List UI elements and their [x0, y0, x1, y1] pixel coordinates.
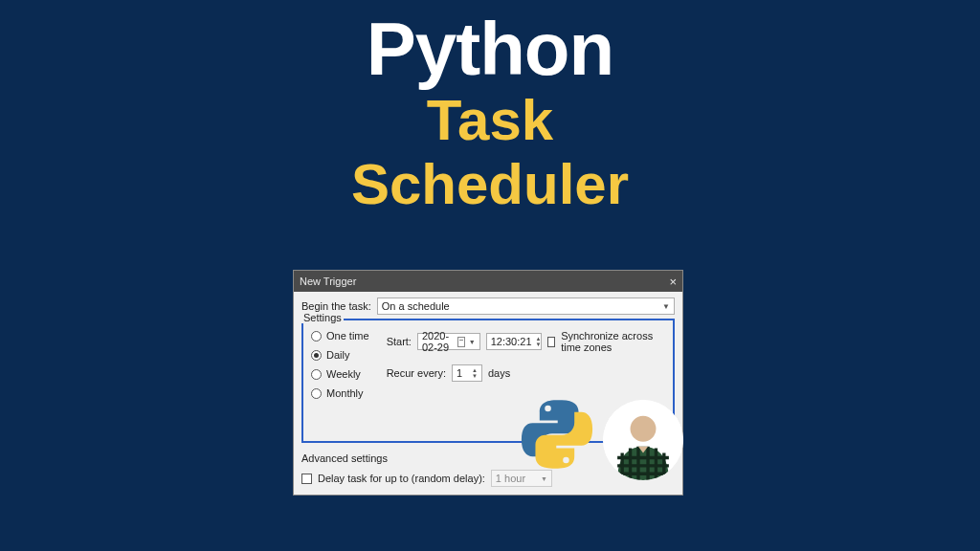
radio-monthly[interactable]: Monthly — [311, 387, 369, 399]
chevron-down-icon: ▼ — [469, 339, 476, 345]
dialog-titlebar[interactable]: New Trigger × — [294, 271, 682, 292]
spinner-icon: ▲▼ — [536, 336, 542, 347]
radio-label: Daily — [326, 349, 349, 361]
dialog-title: New Trigger — [300, 276, 356, 287]
sync-label: Synchronize across time zones — [561, 330, 665, 353]
sync-checkbox[interactable] — [547, 337, 555, 347]
page-title-line1: Python — [0, 11, 980, 86]
chevron-down-icon: ▼ — [662, 302, 670, 311]
recur-value-field[interactable]: 1 ▲▼ — [452, 364, 482, 382]
radio-weekly[interactable]: Weekly — [311, 368, 369, 380]
radio-label: Weekly — [326, 368, 361, 380]
begin-task-label: Begin the task: — [301, 300, 371, 312]
avatar — [603, 400, 683, 480]
radio-one-time[interactable]: One time — [311, 330, 369, 342]
delay-checkbox[interactable] — [301, 474, 312, 484]
python-logo-icon — [519, 396, 595, 473]
spinner-icon: ▲▼ — [470, 367, 479, 379]
delay-value: 1 hour — [496, 473, 525, 484]
radio-icon — [311, 350, 322, 361]
page-title-line2b: Scheduler — [0, 154, 980, 214]
delay-label: Delay task for up to (random delay): — [318, 473, 485, 484]
recur-label: Recur every: — [387, 367, 446, 379]
start-time-value: 12:30:21 — [491, 336, 532, 347]
begin-task-dropdown[interactable]: On a schedule ▼ — [377, 298, 675, 315]
begin-task-value: On a schedule — [382, 300, 450, 312]
settings-group-label: Settings — [301, 312, 344, 323]
start-time-field[interactable]: 12:30:21 ▲▼ — [486, 333, 542, 350]
page-title-line2a: Task — [0, 90, 980, 150]
radio-icon — [311, 388, 322, 399]
start-date-value: 2020-02-29 — [422, 330, 454, 353]
radio-icon — [311, 369, 322, 380]
start-date-field[interactable]: 2020-02-29 ▼ — [417, 333, 480, 350]
start-label: Start: — [387, 336, 412, 347]
radio-daily[interactable]: Daily — [311, 349, 369, 361]
calendar-icon — [457, 337, 464, 347]
svg-point-3 — [631, 416, 657, 442]
radio-icon — [311, 331, 322, 342]
chevron-down-icon: ▼ — [541, 475, 547, 482]
radio-label: One time — [326, 330, 369, 342]
recur-value: 1 — [457, 367, 462, 379]
radio-label: Monthly — [326, 387, 364, 399]
close-icon[interactable]: × — [669, 275, 677, 289]
svg-point-0 — [545, 406, 551, 412]
svg-point-1 — [563, 457, 569, 464]
recur-unit: days — [488, 367, 510, 379]
